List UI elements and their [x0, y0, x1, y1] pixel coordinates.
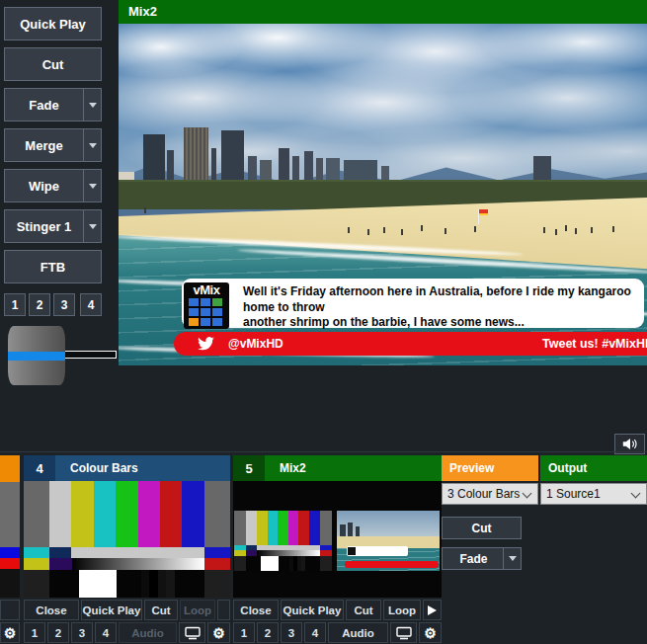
chevron-down-icon	[89, 224, 97, 233]
fade-button[interactable]: Fade	[4, 88, 102, 121]
gear-icon: ⚙	[212, 626, 225, 640]
quick-play-button[interactable]: Quick Play	[81, 600, 142, 620]
overlay-3-button[interactable]: 3	[281, 622, 302, 643]
audio-button[interactable]: Audio	[328, 622, 388, 643]
partial-settings-button[interactable]: ⚙	[0, 622, 20, 643]
preview-label: Preview	[449, 461, 494, 475]
fade-dropdown[interactable]	[503, 548, 521, 569]
input-4-thumbnail[interactable]	[24, 481, 230, 598]
fullscreen-button[interactable]	[390, 622, 417, 643]
output-selected: 1 Source1	[546, 487, 601, 501]
overlay-4-button[interactable]: 4	[95, 622, 117, 643]
overlay-4-button[interactable]: 4	[80, 293, 102, 316]
tbar-position-stripe	[8, 352, 65, 361]
overlay-number: 1	[12, 298, 19, 312]
twitter-handle: @vMixHD	[228, 337, 283, 351]
input-4-colour-bars: 4 Colour Bars Close Quick Play Cut Loop …	[24, 455, 230, 643]
input-partial-strip: ⚙	[0, 455, 20, 643]
cut-button[interactable]: Cut	[144, 600, 178, 620]
overlay-1-button[interactable]: 1	[4, 293, 26, 316]
fade-dropdown[interactable]	[83, 89, 101, 121]
main-fade-button[interactable]: Fade	[442, 547, 522, 570]
preview-bus-header: Preview	[442, 455, 538, 481]
input-4-overlay-row: 1 2 3 4 Audio ⚙	[24, 622, 230, 643]
stinger-dropdown[interactable]	[83, 210, 101, 242]
play-button[interactable]	[423, 600, 442, 620]
mini-twitter-bar	[345, 561, 439, 568]
vmix-logo-text: vMix	[184, 282, 229, 297]
wipe-button[interactable]: Wipe	[4, 169, 102, 202]
loop-button[interactable]: Loop	[180, 600, 215, 620]
ftb-button[interactable]: FTB	[4, 250, 102, 283]
gear-icon: ⚙	[424, 626, 437, 640]
button-label: Quick Play	[20, 17, 85, 32]
overlay-1-button[interactable]: 1	[233, 622, 255, 643]
input-title: Mix2	[265, 455, 442, 481]
close-button[interactable]: Close	[233, 600, 279, 620]
fullscreen-button[interactable]	[179, 622, 205, 643]
chevron-down-icon	[89, 184, 97, 193]
input-5-header[interactable]: 5 Mix2	[233, 455, 442, 481]
input-4-header[interactable]: 4 Colour Bars	[24, 455, 230, 481]
vmix-logo: vMix	[184, 282, 229, 329]
input-title: Colour Bars	[55, 455, 230, 481]
merge-button[interactable]: Merge	[4, 128, 102, 162]
input-number-badge: 4	[24, 455, 55, 481]
vmix-window: Quick Play Cut Fade Merge Wipe Stinger 1…	[0, 0, 647, 644]
twitter-bird-icon	[198, 337, 214, 351]
merge-dropdown[interactable]	[83, 129, 101, 161]
partial-row-cell	[0, 600, 20, 620]
overlay-3-button[interactable]: 3	[71, 622, 93, 643]
chevron-down-icon	[89, 103, 97, 112]
input-5-overlay-row: 1 2 3 4 Audio ⚙	[233, 622, 442, 643]
overlay-4-button[interactable]: 4	[304, 622, 326, 643]
play-icon	[428, 605, 437, 615]
quick-play-button[interactable]: Quick Play	[4, 7, 102, 40]
cut-button[interactable]: Cut	[4, 47, 102, 81]
partial-thumb-orange	[0, 455, 20, 482]
overlay-3-button[interactable]: 3	[53, 293, 75, 316]
partial-thumb-red	[0, 558, 20, 569]
mix-output-beach	[337, 511, 440, 571]
overlay-2-button[interactable]: 2	[29, 293, 50, 316]
button-label: FTB	[40, 260, 65, 275]
button-label: Cut	[42, 57, 64, 72]
program-monitor[interactable]: vMix Well it's Friday afternoon here in …	[119, 24, 647, 365]
partial-thumb-gray	[0, 482, 20, 547]
partial-thumb-blue	[0, 547, 20, 558]
input-number-badge: 5	[233, 455, 265, 481]
cut-button[interactable]: Cut	[346, 600, 381, 620]
preview-source-select[interactable]: 3 Colour Bars	[442, 483, 538, 505]
gear-icon: ⚙	[4, 626, 17, 640]
overlay-number: 3	[61, 298, 68, 312]
mini-social-overlay	[347, 546, 408, 556]
program-title-bar: Mix2	[119, 0, 647, 24]
speaker-icon	[621, 437, 639, 451]
input-5-thumbnail[interactable]	[233, 481, 442, 598]
overlay-2-button[interactable]: 2	[257, 622, 279, 643]
main-cut-button[interactable]: Cut	[442, 517, 522, 539]
loop-button[interactable]: Loop	[383, 600, 421, 620]
mix-preview-bars	[234, 511, 332, 571]
overlay-number: 4	[88, 298, 95, 312]
output-source-select[interactable]: 1 Source1	[540, 483, 647, 505]
overlay-1-button[interactable]: 1	[24, 622, 45, 643]
blank-cell	[217, 600, 230, 620]
stinger-button[interactable]: Stinger 1	[4, 209, 102, 243]
quick-play-button[interactable]: Quick Play	[281, 600, 344, 620]
settings-button[interactable]: ⚙	[419, 622, 442, 643]
chevron-down-icon	[523, 489, 532, 499]
output-bus-header: Output	[540, 455, 647, 481]
settings-button[interactable]: ⚙	[207, 622, 230, 643]
partial-thumb-dark	[0, 569, 20, 598]
tbar-fader-handle[interactable]	[8, 326, 65, 385]
section-divider	[0, 451, 647, 452]
chevron-down-icon	[89, 143, 97, 152]
close-button[interactable]: Close	[24, 600, 79, 620]
preview-selected: 3 Colour Bars	[447, 487, 520, 501]
audio-button[interactable]: Audio	[119, 622, 177, 643]
wipe-dropdown[interactable]	[83, 170, 101, 201]
input-5-mix2: 5 Mix2 Close Quick Play Cut Loop	[233, 455, 442, 643]
overlay-2-button[interactable]: 2	[47, 622, 69, 643]
colour-bars-pattern	[24, 481, 230, 598]
